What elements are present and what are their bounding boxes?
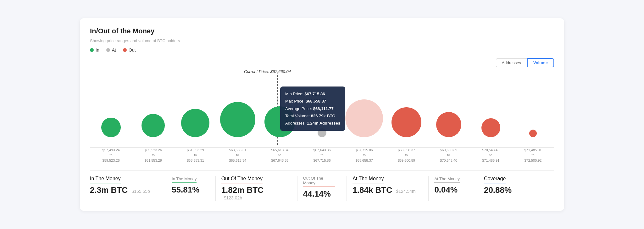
current-price-label: Current Price: $67,660.04 [244,69,291,74]
bubble-5 [318,128,326,137]
page-title: In/Out of the Money [90,27,554,35]
at-dot [106,48,110,52]
stat-at-label: At The Money [353,176,384,183]
range-label-10: $71,485.91to$72,500.92 [512,148,554,163]
range-label-3: $63,583.31to$65,613.34 [217,148,259,163]
main-card: In/Out of the Money Showing price ranges… [80,18,564,211]
stat-out-pct-block: Out Of The Money 44.14% [303,176,341,199]
range-label-8: $69,600.89to$70,543.40 [428,148,470,163]
stat-out-values: 1.82m BTC $123.02b [221,185,286,201]
stat-coverage-label-container: Coverage [484,176,548,185]
stat-out-pct-value: 44.14% [303,189,336,199]
stat-at-btc: 1.84k BTC [353,185,392,195]
bubble-7 [391,107,421,137]
stat-at-pct-value: 0.04% [434,185,467,195]
stat-in-pct-value: 55.81% [172,185,204,195]
stat-at-pct-label: At The Money [434,176,460,183]
stat-at-usd: $124.54m [396,189,415,194]
stats-row: In The Money 2.3m BTC $155.55b In The Mo… [90,170,554,201]
bubble-4 [264,106,295,137]
legend-out: Out [123,47,136,53]
bubble-2 [181,109,209,137]
stat-out-usd: $123.02b [224,195,242,200]
subtitle: Showing price ranges and volume of BTC h… [90,38,554,43]
bubble-col-0 [90,118,132,138]
bubble-3 [220,102,255,137]
stat-at-block: At The Money 1.84k BTC $124.54m [353,176,423,195]
range-labels: $57,493.24to$59,523.26 $59,523.26to$61,5… [90,148,554,163]
bubble-col-7 [385,107,427,138]
bubble-6 [345,99,383,137]
stat-at-pct-label-container: At The Money [434,176,467,185]
addresses-toggle-button[interactable]: Addresses [496,58,527,67]
bubble-col-9 [470,118,512,138]
divider-1 [166,176,166,201]
legend-in-label: In [96,47,99,53]
stat-out-label: Out Of The Money [221,176,263,183]
stat-at-pct-block: At The Money 0.04% [434,176,472,195]
stat-coverage-block: Coverage 20.88% [484,176,554,195]
bubble-9 [481,118,500,137]
out-dot [123,48,127,52]
stat-coverage-value: 20.88% [484,185,548,195]
stat-in-label: In The Money [90,176,121,183]
in-dot [90,48,94,52]
bubble-col-8 [428,112,470,138]
stat-in-btc: 2.3m BTC [90,185,128,195]
stat-out-label-container: Out Of The Money [221,176,286,185]
bubble-col-10 [512,130,554,138]
divider-6 [478,176,478,201]
bubble-1 [142,114,165,137]
range-label-1: $59,523.26to$61,553.29 [132,148,174,163]
range-label-4: $65,613.34to$67,643.36 [259,148,301,163]
divider-4 [347,176,347,201]
stat-pct-in-label: In The Money [172,176,197,183]
divider-2 [215,176,216,201]
range-label-7: $68,658.37to$69,600.89 [385,148,427,163]
stat-in-label-container: In The Money [90,176,154,185]
bubble-col-6 [343,99,385,138]
bubble-col-3 [217,102,259,138]
toggle-row: Addresses Volume [90,58,554,67]
divider-5 [428,176,429,201]
stat-out-pct-label: Out Of The Money [303,176,336,187]
stat-at-label-container: At The Money [353,176,417,185]
range-label-6: $67,715.86to$68,658.37 [343,148,385,163]
stat-out-block: Out Of The Money 1.82m BTC $123.02b [221,176,291,201]
bubble-col-4 [259,106,301,138]
divider-3 [297,176,297,201]
bubble-10 [529,130,537,137]
bubble-col-2 [174,109,216,138]
stat-at-values: 1.84k BTC $124.54m [353,185,417,195]
bubble-col-1 [132,114,174,138]
legend: In At Out [90,47,554,53]
stat-in-the-money: In The Money 2.3m BTC $155.55b [90,176,160,195]
bubble-col-5 [301,128,343,138]
bubble-0 [101,118,121,137]
stat-in-pct-block: In The Money 55.81% [172,176,210,195]
legend-out-label: Out [129,47,136,53]
legend-in: In [90,47,99,53]
bubble-8 [436,112,461,137]
legend-at: At [106,47,116,53]
stat-in-usd: $155.55b [131,189,150,194]
range-label-2: $61,553.29to$63,583.31 [174,148,216,163]
stat-out-pct-label-container: Out Of The Money [303,176,336,189]
bubbles-row [90,69,554,138]
legend-at-label: At [112,47,116,53]
stat-out-btc: 1.82m BTC [221,185,264,195]
chart-area: Current Price: $67,660.04 intoTh [90,69,554,145]
range-label-0: $57,493.24to$59,523.26 [90,148,132,163]
volume-toggle-button[interactable]: Volume [527,58,554,67]
range-label-9: $70,543.40to$71,485.91 [470,148,512,163]
stat-pct-label-spacer: In The Money [172,176,204,185]
range-label-5: $67,643.36to$67,715.86 [301,148,343,163]
stat-in-values: 2.3m BTC $155.55b [90,185,154,195]
stat-coverage-label: Coverage [484,176,506,183]
